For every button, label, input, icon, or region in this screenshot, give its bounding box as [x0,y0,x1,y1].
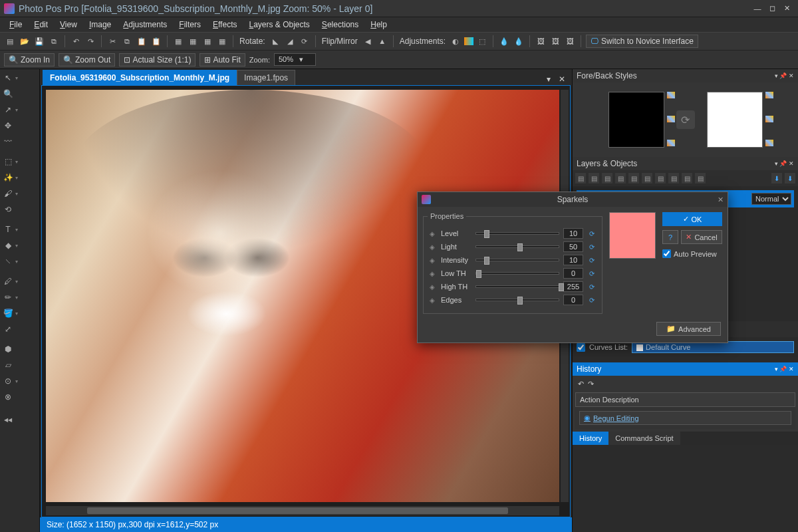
layer-btn-icon[interactable]: ▤ [655,173,666,184]
reset-icon[interactable]: ⟳ [587,282,597,291]
wand-tool-icon[interactable]: ✨ [1,172,15,184]
layer-btn-icon[interactable]: ▤ [615,173,626,184]
shape-tool-icon[interactable]: ◆ [1,239,15,251]
grid3-icon[interactable]: ▦ [201,35,213,47]
eyedropper-tool-icon[interactable]: ⤢ [1,323,15,335]
adjust-drop-icon[interactable]: 💧 [498,35,510,47]
chevron-down-icon[interactable]: ▾ [15,191,21,197]
save-icon[interactable]: 💾 [33,35,45,47]
reset-icon[interactable]: ⟳ [587,255,597,265]
dialog-header[interactable]: Sparkels ✕ [418,192,728,207]
chevron-down-icon[interactable]: ▾ [15,227,21,233]
chevron-down-icon[interactable]: ▾ [15,295,21,301]
menu-file[interactable]: File [4,19,27,31]
grid1-icon[interactable]: ▦ [172,35,184,47]
document-tab[interactable]: Image1.fpos [237,70,295,85]
slider-thumb[interactable] [517,243,523,251]
advanced-button[interactable]: 📁Advanced [656,322,721,336]
blend-mode-select[interactable]: Normal [751,193,791,205]
cancel-button[interactable]: ✕Cancel [681,230,722,244]
layer-btn-icon[interactable]: ▤ [589,173,599,184]
maximize-button[interactable]: ◻ [765,3,779,15]
undo-icon[interactable]: ↶ [70,35,82,47]
swatch-picker-icon[interactable] [765,116,773,122]
menu-adjustments[interactable]: Adjustments [118,19,172,31]
path-tool-icon[interactable]: 〰 [1,136,15,148]
slider-thumb[interactable] [559,283,564,291]
swap-colors-icon[interactable]: ⟳ [676,110,695,129]
tab-menu-button[interactable]: ▾ [543,73,555,85]
menu-layers[interactable]: Layers & Objects [243,19,315,31]
adjust-levels-icon[interactable] [464,37,473,45]
adjust-img1-icon[interactable]: 🖼 [535,35,547,47]
layer-btn-icon[interactable]: ▤ [575,173,586,184]
layer-btn-icon[interactable]: ▤ [602,173,612,184]
zoom-out-button[interactable]: 🔍Zoom Out [59,53,115,66]
pointer-tool-icon[interactable]: ↗ [1,104,15,116]
rotate-left-icon[interactable]: ◣ [269,35,281,47]
menu-help[interactable]: Help [365,19,392,31]
history-undo-icon[interactable]: ↶ [578,380,584,388]
fill-tool-icon[interactable]: 🪣 [1,307,15,319]
chevron-down-icon[interactable]: ▾ [15,311,21,317]
menu-effects[interactable]: Effects [207,19,242,31]
paste-icon[interactable]: 📋 [136,35,148,47]
heal-tool-icon[interactable]: ⊗ [1,391,15,403]
prop-slider[interactable] [475,285,559,288]
chevron-down-icon[interactable]: ▾ [15,378,21,384]
layer-btn-icon[interactable]: ▤ [695,173,706,184]
paste-special-icon[interactable]: 📋 [150,35,162,47]
history-header[interactable]: History ▾ 📌 ✕ [573,362,798,376]
prop-slider[interactable] [475,245,559,248]
adjust-img3-icon[interactable]: 🖼 [564,35,576,47]
chevron-down-icon[interactable]: ▾ [15,175,21,181]
chevron-down-icon[interactable]: ▾ [15,259,21,265]
horizontal-scrollbar[interactable] [46,506,559,515]
adjust-contrast-icon[interactable]: ◐ [450,35,462,47]
layer-down-icon[interactable]: ⬇ [785,173,795,184]
curves-checkbox[interactable] [577,343,585,352]
prop-slider[interactable] [475,272,559,275]
layer-down-icon[interactable]: ⬇ [771,173,782,184]
zoom-in-button[interactable]: 🔍Zoom In [4,53,55,66]
tab-history[interactable]: History [573,432,608,445]
flip-v-icon[interactable]: ▲ [376,35,388,47]
prop-value[interactable]: 50 [563,241,583,252]
panel-controls[interactable]: ▾ 📌 ✕ [775,160,794,167]
prop-value[interactable]: 255 [563,281,583,292]
smudge-tool-icon[interactable]: ⊙ [1,375,15,387]
history-item[interactable]: ◉Begun Editing [579,411,791,425]
foreground-swatch[interactable] [608,92,664,148]
chevron-down-icon[interactable]: ▾ [15,75,21,81]
reset-icon[interactable]: ⟳ [587,295,597,305]
reset-icon[interactable]: ⟳ [587,269,597,278]
prop-value[interactable]: 0 [563,295,583,305]
prop-value[interactable]: 0 [563,268,583,279]
scrollbar-thumb[interactable] [87,507,508,514]
zoom-select[interactable]: 50% ▾ [274,53,316,66]
cut-icon[interactable]: ✂ [106,35,118,47]
actual-size-button[interactable]: ⊡Actual Size (1:1) [119,53,196,66]
menu-image[interactable]: Image [84,19,116,31]
move-tool-icon[interactable]: ↖ [1,72,15,84]
adjust-curves-icon[interactable]: ⬚ [476,35,488,47]
menu-edit[interactable]: Edit [29,19,53,31]
menu-filters[interactable]: Filters [174,19,206,31]
grid2-icon[interactable]: ▦ [187,35,199,47]
auto-preview-row[interactable]: Auto Preview [662,249,722,258]
menu-view[interactable]: View [55,19,82,31]
swatch-picker-icon[interactable] [667,92,675,98]
prop-slider[interactable] [475,259,559,261]
reset-icon[interactable]: ⟳ [587,229,597,238]
line-tool-icon[interactable]: ⟍ [1,255,15,267]
prop-slider[interactable] [475,232,559,235]
pencil-tool-icon[interactable]: ✏ [1,291,15,303]
rotate-180-icon[interactable]: ⟳ [299,35,311,47]
grid4-icon[interactable]: ▦ [216,35,228,47]
reset-icon[interactable]: ⟳ [587,242,597,251]
adjust-drop2-icon[interactable]: 💧 [513,35,525,47]
rotate-right-icon[interactable]: ◢ [284,35,296,47]
document-tab[interactable]: Fotolia_95319600_Subscription_Monthly_M.… [43,70,237,85]
swatch-picker-icon[interactable] [765,140,773,146]
open-icon[interactable]: 📂 [19,35,31,47]
